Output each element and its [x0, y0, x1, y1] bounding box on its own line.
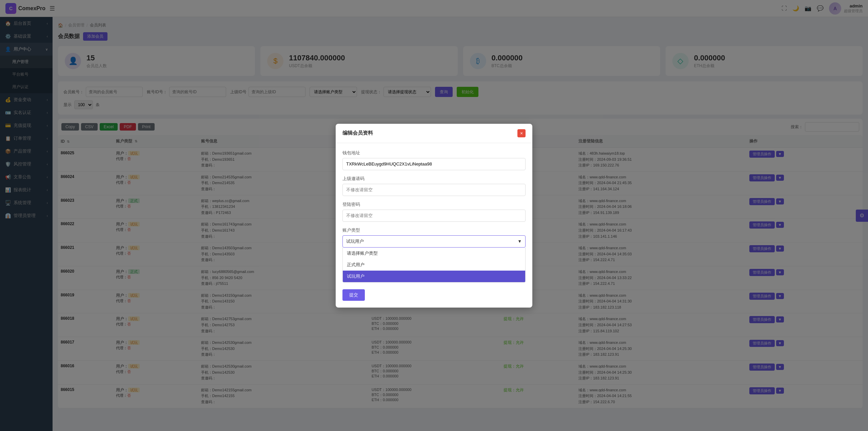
- account-type-modal-label: 账户类型: [342, 227, 526, 233]
- invite-code-label: 上级邀请码: [342, 176, 526, 182]
- wallet-form-group: 钱包地址: [342, 150, 526, 170]
- wallet-label: 钱包地址: [342, 150, 526, 156]
- password-form-group: 登陆密码: [342, 201, 526, 222]
- dropdown-option-placeholder[interactable]: 请选择账户类型: [343, 248, 525, 259]
- select-dropdown-arrow: ▼: [517, 239, 522, 244]
- invite-code-input[interactable]: [342, 184, 526, 196]
- edit-member-modal: 编辑会员资料 × 钱包地址 上级邀请码 登陆密码 账户类型 试玩用户: [336, 124, 532, 308]
- account-type-dropdown: 请选择账户类型 正式用户 试玩用户: [342, 248, 526, 282]
- account-type-form-group: 账户类型 试玩用户 ▼ 请选择账户类型 正式用户 试玩用户: [342, 227, 526, 282]
- account-type-select-wrapper: 试玩用户 ▼: [342, 235, 526, 248]
- modal-title: 编辑会员资料: [342, 130, 373, 136]
- password-input[interactable]: [342, 210, 526, 222]
- modal-overlay: 编辑会员资料 × 钱包地址 上级邀请码 登陆密码 账户类型 试玩用户: [0, 0, 868, 431]
- selected-account-type: 试玩用户: [346, 238, 364, 244]
- invite-code-form-group: 上级邀请码: [342, 176, 526, 196]
- submit-button[interactable]: 提交: [342, 289, 365, 301]
- modal-close-button[interactable]: ×: [517, 129, 526, 137]
- password-label: 登陆密码: [342, 201, 526, 208]
- modal-body: 钱包地址 上级邀请码 登陆密码 账户类型 试玩用户 ▼: [336, 143, 532, 308]
- dropdown-option-real[interactable]: 正式用户: [343, 259, 525, 271]
- modal-header: 编辑会员资料 ×: [336, 124, 532, 143]
- account-type-modal-select[interactable]: 试玩用户 ▼: [342, 235, 526, 248]
- dropdown-option-trial[interactable]: 试玩用户: [343, 271, 525, 282]
- wallet-input[interactable]: [342, 158, 526, 170]
